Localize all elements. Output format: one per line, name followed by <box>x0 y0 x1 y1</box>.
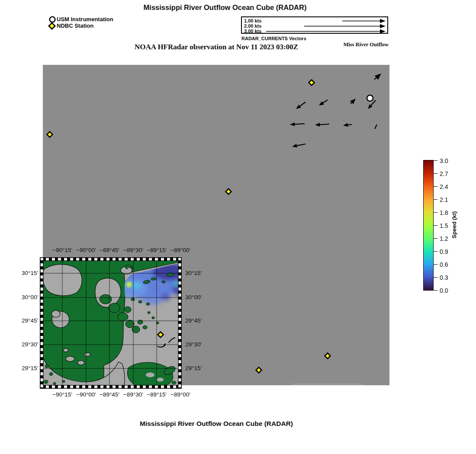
colorbar-tick-label: 0.6 <box>440 261 448 269</box>
colorbar-tick-label: 1.2 <box>440 235 448 243</box>
inset-latitude-label: 30°00' <box>185 294 208 301</box>
inset-longitude-label: −89°15' <box>144 246 170 254</box>
current-vector-head <box>292 144 297 148</box>
bottom-title: Mississippi River Outflow Ocean Cube (RA… <box>0 420 433 428</box>
inset-latitude-label: 29°30' <box>16 341 38 348</box>
high-speed-spot <box>126 282 132 288</box>
vector-scale-row-label: 3.00 kts <box>244 29 261 34</box>
shoreline-fragment <box>291 384 363 385</box>
usm-instrumentation-marker <box>367 95 373 101</box>
current-vector-shaft <box>374 78 376 80</box>
inset-latitude-label: 30°15' <box>16 269 38 277</box>
colorbar-tick-label: 1.8 <box>440 209 448 217</box>
inset-longitude-label: −90°15' <box>49 246 75 254</box>
ndbc-diamond-icon <box>48 22 56 30</box>
colorbar-tick-label: 2.7 <box>440 170 448 178</box>
colorbar-tick-label: 2.4 <box>440 183 448 191</box>
model-name-label: Miss River Outflow <box>303 42 389 48</box>
small-lake-lobe <box>51 310 60 317</box>
radar-map-figure: Mississippi River Outflow Ocean Cube (RA… <box>0 0 476 454</box>
inset-latitude-label: 29°15' <box>16 364 38 372</box>
ndbc-station-marker <box>309 80 315 86</box>
colorbar-tick <box>434 199 437 200</box>
current-vector-head <box>315 123 320 127</box>
vector-scale-arrowhead <box>380 19 386 23</box>
inset-longitude-label: −89°30' <box>120 246 146 254</box>
inset-longitude-label: −89°30' <box>120 391 146 399</box>
current-vector-shaft <box>375 125 377 129</box>
inset-latitude-label: 29°45' <box>185 317 208 325</box>
inset-longitude-label: −89°00' <box>167 391 193 399</box>
current-vector-shaft <box>351 102 352 104</box>
vector-scale-row-label: 2.00 kts <box>244 23 261 29</box>
current-vector-shaft <box>300 102 306 106</box>
colorbar-tick <box>434 290 437 291</box>
colorbar-tick-label: 0.9 <box>440 248 448 256</box>
colorbar-tick-label: 0.3 <box>440 274 448 281</box>
colorbar-tick <box>434 225 437 226</box>
current-vector-shaft <box>297 144 306 146</box>
current-vector-head <box>296 105 301 109</box>
current-vector-shaft <box>320 124 329 125</box>
colorbar-tick <box>434 264 437 265</box>
inset-longitude-label: −89°00' <box>167 246 193 254</box>
ndbc-station-marker <box>47 132 53 137</box>
colorbar-tick-label: 2.1 <box>440 196 448 204</box>
current-vector-head <box>319 101 324 106</box>
inset-longitude-label: −90°00' <box>73 391 99 399</box>
colorbar-tick <box>434 238 437 239</box>
ndbc-station-marker <box>325 353 331 359</box>
vector-scale-caption: RADAR_CURRENTS Vectors <box>241 36 306 41</box>
colorbar-tick <box>434 173 437 174</box>
ndbc-station-marker <box>226 189 232 195</box>
colorbar-tick-label: 0.0 <box>440 287 448 294</box>
inset-longitude-label: −89°45' <box>96 391 122 399</box>
legend-usm-label: USM Instrumentation <box>57 16 113 22</box>
inset-latitude-label: 29°30' <box>185 341 208 348</box>
current-vector-head <box>343 123 348 127</box>
colorbar-tick <box>434 212 437 213</box>
inset-latitude-label: 30°15' <box>185 269 208 277</box>
colorbar-tick <box>434 186 437 187</box>
vector-scale-arrowhead <box>380 24 386 29</box>
current-vector-shaft <box>323 100 328 103</box>
inset-latitude-label: 30°00' <box>16 294 38 301</box>
inset-coastal-map <box>40 257 182 389</box>
vector-scale-arrowhead <box>380 29 386 33</box>
inset-longitude-label: −90°15' <box>49 391 75 399</box>
page-title: Mississippi River Outflow Ocean Cube (RA… <box>0 3 450 12</box>
current-vector-shaft <box>348 125 352 125</box>
colorbar-axis-label: Speed (kt) <box>450 190 459 259</box>
inset-longitude-label: −89°15' <box>144 391 170 399</box>
vector-scale-row-label: 1.00 kts <box>244 18 261 23</box>
colorbar-tick-label: 1.5 <box>440 222 448 230</box>
vector-scale-box: 1.00 kts2.00 kts3.00 kts <box>241 16 388 34</box>
inset-latitude-label: 29°45' <box>16 317 38 325</box>
colorbar-tick <box>434 160 437 161</box>
inset-longitude-label: −90°00' <box>73 246 99 254</box>
inset-latitude-label: 29°15' <box>185 364 208 372</box>
colorbar: 3.02.72.42.11.81.51.20.90.60.30.0 <box>423 160 433 290</box>
colorbar-tick <box>434 251 437 252</box>
inset-coastal-svg <box>40 257 182 389</box>
colorbar-tick <box>434 277 437 278</box>
current-vector-head <box>290 122 295 126</box>
inset-longitude-label: −89°45' <box>96 246 122 254</box>
vector-scale-arrows <box>242 17 387 33</box>
legend-ndbc-label: NDBC Station <box>57 23 93 29</box>
colorbar-gradient <box>423 160 434 291</box>
colorbar-tick-label: 3.0 <box>440 157 448 165</box>
current-vector-shaft <box>295 124 305 124</box>
ndbc-station-marker <box>256 368 262 373</box>
